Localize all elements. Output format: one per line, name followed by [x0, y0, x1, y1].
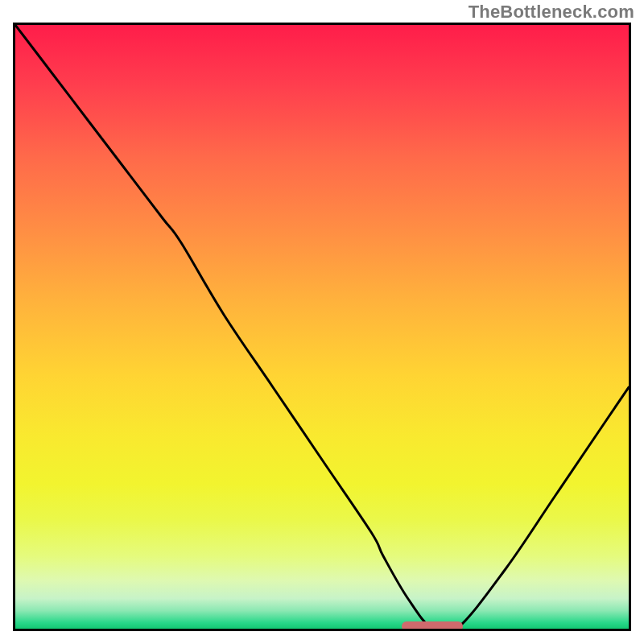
- plot-area: [13, 23, 631, 631]
- chart-stage: TheBottleneck.com: [0, 0, 644, 644]
- curve-layer: [15, 25, 629, 629]
- optimal-marker: [402, 621, 463, 631]
- watermark-text: TheBottleneck.com: [469, 2, 634, 23]
- bottleneck-curve-path: [15, 25, 629, 629]
